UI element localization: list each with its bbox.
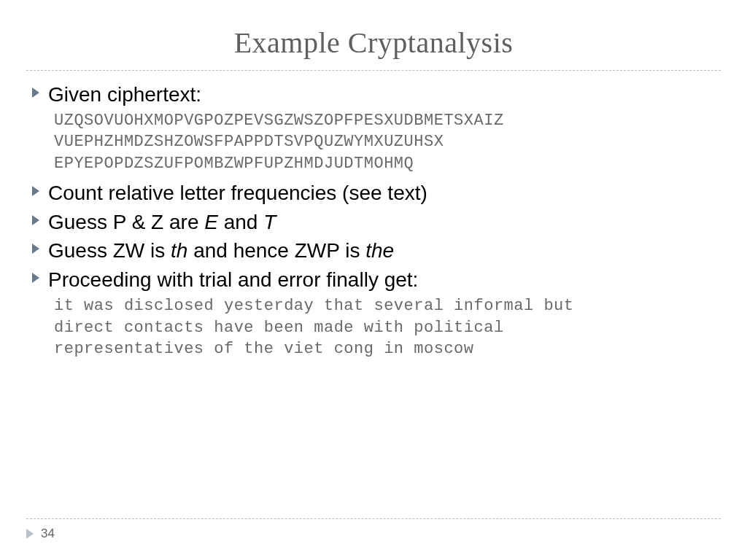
- chevron-right-icon: [32, 88, 48, 98]
- bullet-text: Proceeding with trial and error finally …: [48, 266, 418, 294]
- plain-line: it was disclosed yesterday that several …: [54, 295, 721, 317]
- chevron-right-icon: [32, 186, 48, 196]
- italic-text: E: [204, 211, 218, 233]
- bullet-text: Guess ZW is th and hence ZWP is the: [48, 237, 394, 265]
- slide-body: Given ciphertext: UZQSOVUOHXMOPVGPOZPEVS…: [26, 81, 721, 360]
- svg-marker-0: [32, 88, 39, 98]
- svg-marker-4: [32, 273, 39, 283]
- slide-title: Example Cryptanalysis: [26, 26, 721, 60]
- ciphertext-block: UZQSOVUOHXMOPVGPOZPEVSGZWSZOPFPESXUDBMET…: [54, 110, 721, 175]
- cipher-line: UZQSOVUOHXMOPVGPOZPEVSGZWSZOPFPESXUDBMET…: [54, 110, 721, 132]
- plain-line: representatives of the viet cong in mosc…: [54, 338, 721, 360]
- plain-line: direct contacts have been made with poli…: [54, 317, 721, 339]
- svg-marker-2: [32, 215, 39, 225]
- bullet-item: Guess ZW is th and hence ZWP is the: [32, 237, 721, 265]
- cipher-line: EPYEPOPDZSZUFPOMBZWPFUPZHMDJUDTMOHMQ: [54, 153, 721, 175]
- chevron-right-icon: [26, 529, 35, 539]
- bullet-item: Count relative letter frequencies (see t…: [32, 179, 721, 207]
- bullet-item: Given ciphertext:: [32, 81, 721, 109]
- divider-bottom: [26, 518, 721, 519]
- bullet-item: Guess P & Z are E and T: [32, 209, 721, 236]
- chevron-right-icon: [32, 273, 48, 283]
- bullet-text: Guess P & Z are E and T: [48, 209, 276, 236]
- italic-text: th: [171, 239, 187, 262]
- footer: 34: [26, 526, 55, 541]
- divider-top: [26, 70, 721, 71]
- italic-text: the: [365, 239, 394, 262]
- svg-marker-3: [32, 244, 39, 254]
- bullet-text: Count relative letter frequencies (see t…: [48, 179, 427, 207]
- bullet-text: Given ciphertext:: [48, 81, 201, 109]
- slide: Example Cryptanalysis Given ciphertext: …: [0, 0, 747, 560]
- chevron-right-icon: [32, 244, 48, 254]
- svg-marker-1: [32, 186, 39, 196]
- chevron-right-icon: [32, 215, 48, 225]
- text-run: and hence ZWP is: [187, 239, 365, 262]
- svg-marker-5: [26, 529, 34, 539]
- bullet-item: Proceeding with trial and error finally …: [32, 266, 721, 294]
- text-run: Guess P & Z are: [48, 211, 204, 233]
- plaintext-block: it was disclosed yesterday that several …: [54, 295, 721, 360]
- text-run: and: [218, 211, 263, 233]
- text-run: Guess ZW is: [48, 239, 171, 262]
- italic-text: T: [263, 211, 276, 233]
- page-number: 34: [41, 526, 55, 541]
- cipher-line: VUEPHZHMDZSHZOWSFPAPPDTSVPQUZWYMXUZUHSX: [54, 131, 721, 153]
